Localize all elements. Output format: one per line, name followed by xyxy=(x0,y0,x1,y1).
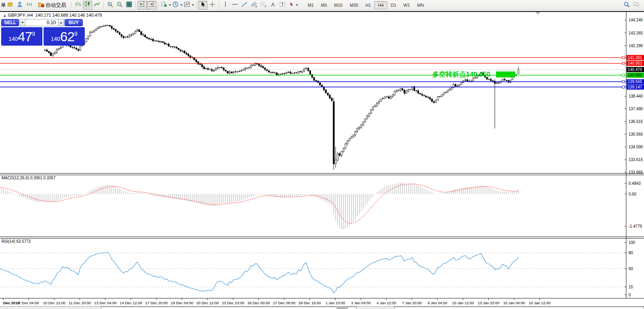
sell-price-big: 47 xyxy=(18,29,32,44)
svg-text:26 Dec 00:00: 26 Dec 00:00 xyxy=(248,301,270,305)
line-chart-type-button[interactable] xyxy=(92,1,102,10)
symbol-period-label: GBPJPY-,H4 xyxy=(8,13,33,17)
svg-text:T: T xyxy=(281,2,284,7)
text-a-button[interactable]: A xyxy=(268,1,278,10)
vline-button[interactable] xyxy=(221,1,230,10)
svg-text:17 Dec 20:00: 17 Dec 20:00 xyxy=(145,301,168,305)
timeframe-m5-button[interactable]: M5 xyxy=(317,1,330,9)
chat-icon xyxy=(633,1,640,10)
timeframe-h4-button[interactable]: H4 xyxy=(374,1,387,9)
macd-panel: 0.48430.00-1.4779 xyxy=(0,181,642,230)
chat-button[interactable] xyxy=(631,1,641,10)
svg-text:50: 50 xyxy=(629,267,633,271)
timeframe-m15-button[interactable]: M15 xyxy=(331,1,346,9)
timeframe-w1-button[interactable]: W1 xyxy=(400,1,414,9)
dropdown-caret-icon[interactable] xyxy=(296,4,298,6)
chart-shift-button[interactable] xyxy=(137,1,147,10)
svg-text:27 Dec 08:00: 27 Dec 08:00 xyxy=(273,301,295,305)
add-indicator-icon xyxy=(160,1,168,10)
candles xyxy=(44,25,519,170)
trendline-button[interactable] xyxy=(240,1,249,10)
zoom-in-icon xyxy=(107,1,114,10)
svg-text:13 Jan 23:00: 13 Jan 23:00 xyxy=(478,301,499,305)
svg-text:11 Dec 20:00: 11 Dec 20:00 xyxy=(69,301,91,305)
trendline-icon xyxy=(241,1,248,10)
svg-text:0.00: 0.00 xyxy=(629,192,636,196)
timeframe-m30-button[interactable]: M30 xyxy=(346,1,362,9)
toolbar-separator xyxy=(135,2,136,9)
sell-button[interactable]: SELL xyxy=(1,19,19,26)
cursor-button[interactable] xyxy=(198,1,208,10)
svg-text:15 Jan 04:00: 15 Jan 04:00 xyxy=(503,301,525,305)
channel-button[interactable]: E xyxy=(249,1,259,10)
template-icon xyxy=(183,1,191,10)
template-button[interactable] xyxy=(183,1,194,10)
volume-stepper: 0.10 xyxy=(20,19,64,26)
macd-signal-line xyxy=(0,184,518,223)
toolbar-separator xyxy=(219,2,219,9)
timeframe-d1-button[interactable]: D1 xyxy=(387,1,400,9)
cube-icon xyxy=(7,1,14,10)
timeframe-mn-button[interactable]: MN xyxy=(413,1,427,9)
zoom-in-button[interactable] xyxy=(105,1,115,10)
autotrade-button[interactable]: 自动交易 xyxy=(34,1,70,10)
candle-chart-type-icon xyxy=(84,1,91,10)
signal-button[interactable] xyxy=(25,1,34,10)
svg-text:132.665: 132.665 xyxy=(629,170,643,175)
label-t-icon: T xyxy=(279,1,286,10)
price-axis-ticks[interactable]: 144.240143.265142.290138.440137.490136.5… xyxy=(625,18,643,174)
svg-text:138.440: 138.440 xyxy=(629,94,643,98)
chart-window: 141.391140.953140.479140.050139.555139.1… xyxy=(0,10,644,309)
auto-scroll-button[interactable] xyxy=(147,1,156,10)
dropdown-caret-icon[interactable] xyxy=(180,4,183,6)
sell-price-sup: 9 xyxy=(32,31,35,37)
bar-chart-type-button[interactable] xyxy=(73,1,83,10)
dropdown-caret-icon[interactable] xyxy=(192,4,194,6)
autotrade-label: 自动交易 xyxy=(46,2,66,9)
hline-button[interactable] xyxy=(230,1,240,10)
search-button[interactable] xyxy=(622,1,631,10)
svg-text:A: A xyxy=(271,1,275,7)
cube-button[interactable] xyxy=(6,1,15,10)
timeframe-h1-button[interactable]: H1 xyxy=(362,1,374,9)
zoom-out-button[interactable] xyxy=(115,1,124,10)
ohlc-values: 140.171 140.688 140.146 140.479 xyxy=(35,13,102,17)
toolbar-separator xyxy=(158,2,158,9)
buy-price-display[interactable]: 140629 xyxy=(44,27,85,46)
svg-text:Dec 2018: Dec 2018 xyxy=(3,301,19,305)
chart-surface[interactable]: 141.391140.953140.479140.050139.555139.1… xyxy=(0,10,644,309)
buy-button[interactable]: BUY xyxy=(65,19,83,26)
svg-text:7 Jan 20:00: 7 Jan 20:00 xyxy=(402,301,422,305)
tile-windows-button[interactable] xyxy=(124,1,134,10)
svg-text:1 Jan 23:00: 1 Jan 23:00 xyxy=(326,301,345,305)
new-order-button[interactable]: 单 xyxy=(1,2,6,9)
label-t-button[interactable]: T xyxy=(278,1,287,10)
svg-text:13 Dec 04:00: 13 Dec 04:00 xyxy=(94,301,117,305)
person-icon xyxy=(16,1,23,10)
svg-text:133.615: 133.615 xyxy=(629,157,643,162)
timeframe-m1-button[interactable]: M1 xyxy=(304,1,317,9)
fibonacci-icon: F xyxy=(260,1,267,10)
arrows-button[interactable] xyxy=(287,1,299,10)
green-setup-box xyxy=(496,71,515,77)
volume-decrease-button[interactable] xyxy=(20,19,25,26)
crosshair-button[interactable] xyxy=(208,1,217,10)
buy-price-big: 62 xyxy=(60,29,74,44)
svg-text:139.147: 139.147 xyxy=(628,85,642,89)
fibonacci-button[interactable]: F xyxy=(259,1,268,10)
add-indicator-button[interactable] xyxy=(160,1,171,10)
collapse-arrow-icon[interactable]: ▲ xyxy=(3,14,6,17)
person-button[interactable] xyxy=(15,1,25,10)
search-icon xyxy=(623,1,630,10)
rsi-panel: 1008050150 xyxy=(0,240,635,297)
volume-input[interactable]: 0.10 xyxy=(25,19,58,26)
volume-increase-button[interactable] xyxy=(58,19,64,26)
one-click-trade-panel: SELL 0.10 BUY 140479 140629 xyxy=(1,19,85,46)
svg-text:134.590: 134.590 xyxy=(629,145,643,149)
periods-clock-button[interactable] xyxy=(171,1,183,10)
dropdown-caret-icon[interactable] xyxy=(169,4,171,6)
scrollbar-thumb[interactable] xyxy=(337,307,348,309)
candle-chart-type-button[interactable] xyxy=(83,1,92,10)
sell-price-display[interactable]: 140479 xyxy=(1,27,42,46)
time-axis[interactable]: Dec 20187 Dec 04:0010 Dec 12:0011 Dec 20… xyxy=(3,298,551,305)
